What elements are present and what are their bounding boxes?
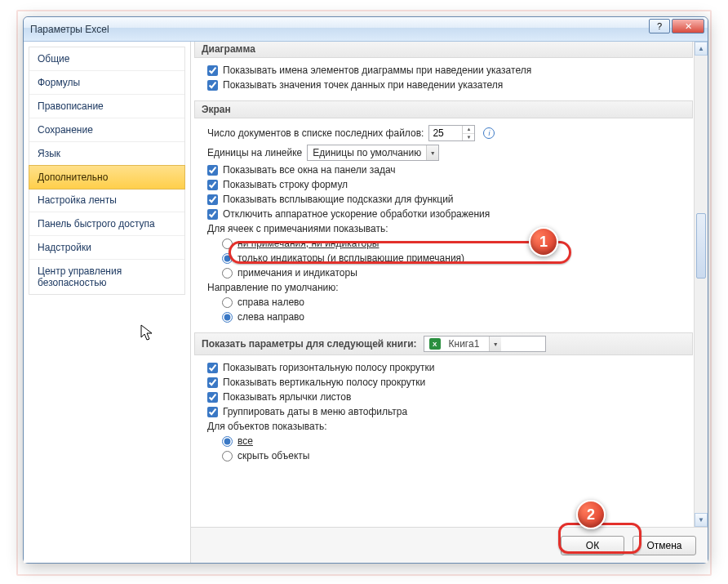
section-chart-head: Диаграмма <box>194 42 693 58</box>
excel-options-dialog: Параметры Excel ? ✕ Общие Формулы Правоп… <box>23 16 708 564</box>
workbook-name: Книга1 <box>444 338 485 350</box>
section-workbook-title: Показать параметры для следующей книги: <box>202 338 417 350</box>
help-button[interactable]: ? <box>649 19 670 33</box>
radio-rtl-label: справа налево <box>237 296 304 308</box>
chk-chart-names-label: Показывать имена элементов диаграммы при… <box>223 65 531 76</box>
sidebar: Общие Формулы Правописание Сохранение Яз… <box>24 42 191 563</box>
excel-icon: X <box>429 338 441 350</box>
scroll-up-icon[interactable]: ▲ <box>695 42 708 56</box>
workbook-dropdown[interactable]: XКнига1 ▼ <box>424 336 546 352</box>
chk-chart-values-label: Показывать значения точек данных при нав… <box>223 79 503 91</box>
chk-disable-hw-accel[interactable] <box>207 209 218 220</box>
chk-tooltips[interactable] <box>207 194 218 205</box>
scroll-down-icon[interactable]: ▼ <box>695 513 708 527</box>
radio-ltr-label: слева направо <box>237 311 304 323</box>
sidebar-item-advanced[interactable]: Дополнительно <box>29 165 185 189</box>
chk-tooltips-label: Показывать всплывающие подсказки для фун… <box>223 194 454 205</box>
chk-hscroll[interactable] <box>207 363 218 373</box>
radio-comments-none-label: ни примечания, ни индикаторы <box>237 238 379 249</box>
sidebar-item-general[interactable]: Общие <box>29 47 184 71</box>
scrollbar-thumb[interactable] <box>696 213 706 279</box>
section-screen-head: Экран <box>194 100 693 118</box>
cancel-button[interactable]: Отмена <box>633 536 696 555</box>
comments-mode-label: Для ячеек с примечаниями показывать: <box>207 221 690 236</box>
radio-rtl[interactable] <box>222 297 233 308</box>
dialog-footer: ОК Отмена <box>191 527 708 563</box>
chk-disable-hw-accel-label: Отключить аппаратное ускорение обработки… <box>223 208 490 220</box>
chevron-down-icon: ▼ <box>489 337 501 351</box>
ruler-units-dropdown[interactable]: Единицы по умолчанию ▼ <box>307 145 439 161</box>
chk-formula-bar[interactable] <box>207 180 218 190</box>
chk-group-dates[interactable] <box>207 407 218 417</box>
chk-vscroll[interactable] <box>207 377 218 388</box>
chk-sheet-tabs-label: Показывать ярлычки листов <box>223 391 351 403</box>
radio-objects-hide[interactable] <box>222 451 233 461</box>
radio-comments-both[interactable] <box>222 268 233 279</box>
radio-objects-all[interactable] <box>222 436 233 447</box>
chk-all-windows-label: Показывать все окна на панели задач <box>223 164 396 176</box>
direction-label: Направление по умолчанию: <box>207 280 690 295</box>
radio-comments-indicators-label: только индикаторы (и всплывающие примеча… <box>237 252 464 264</box>
window-title: Параметры Excel <box>30 24 109 35</box>
annotation-badge-2: 2 <box>576 500 606 529</box>
sidebar-item-proofing[interactable]: Правописание <box>29 95 184 118</box>
spin-down-icon[interactable]: ▼ <box>463 134 474 141</box>
recent-files-label: Число документов в списке последних файл… <box>207 127 424 139</box>
sidebar-item-save[interactable]: Сохранение <box>29 118 184 142</box>
ruler-units-label: Единицы на линейке <box>207 147 302 158</box>
vertical-scrollbar[interactable]: ▲ ▼ <box>694 42 708 527</box>
objects-label: Для объектов показывать: <box>207 419 690 434</box>
info-icon[interactable]: i <box>483 127 495 139</box>
chk-vscroll-label: Показывать вертикальную полосу прокрутки <box>223 377 425 388</box>
chk-chart-names[interactable] <box>207 65 218 76</box>
section-workbook-head: Показать параметры для следующей книги: … <box>194 332 693 355</box>
sidebar-item-quick-access[interactable]: Панель быстрого доступа <box>29 212 184 236</box>
annotation-badge-1: 1 <box>529 227 558 256</box>
chk-formula-bar-label: Показывать строку формул <box>223 179 348 190</box>
sidebar-item-trust-center[interactable]: Центр управления безопасностью <box>29 260 184 294</box>
sidebar-item-formulas[interactable]: Формулы <box>29 71 184 95</box>
sidebar-item-language[interactable]: Язык <box>29 142 184 166</box>
content-pane: Диаграмма Показывать имена элементов диа… <box>191 42 708 563</box>
ruler-units-value: Единицы по умолчанию <box>308 147 426 158</box>
radio-objects-hide-label: скрыть объекты <box>237 450 309 461</box>
chk-all-windows[interactable] <box>207 165 218 176</box>
chk-chart-values[interactable] <box>207 80 218 91</box>
radio-comments-indicators[interactable] <box>222 253 233 264</box>
chk-sheet-tabs[interactable] <box>207 392 218 403</box>
radio-comments-both-label: примечания и индикаторы <box>237 267 357 279</box>
radio-ltr[interactable] <box>222 312 233 323</box>
radio-objects-all-label: все <box>237 435 253 447</box>
chk-group-dates-label: Группировать даты в меню автофильтра <box>223 406 407 417</box>
sidebar-item-customize-ribbon[interactable]: Настройка ленты <box>29 189 184 212</box>
chk-hscroll-label: Показывать горизонтальную полосу прокрут… <box>223 362 434 373</box>
sidebar-item-addins[interactable]: Надстройки <box>29 236 184 260</box>
radio-comments-none[interactable] <box>222 239 233 249</box>
close-button[interactable]: ✕ <box>672 19 704 33</box>
ok-button[interactable]: ОК <box>561 536 624 555</box>
chevron-down-icon: ▼ <box>426 145 438 160</box>
spin-up-icon[interactable]: ▲ <box>463 126 474 134</box>
recent-files-stepper[interactable]: ▲▼ <box>428 125 475 141</box>
titlebar: Параметры Excel ? ✕ <box>24 17 708 42</box>
recent-files-input[interactable] <box>429 127 462 139</box>
